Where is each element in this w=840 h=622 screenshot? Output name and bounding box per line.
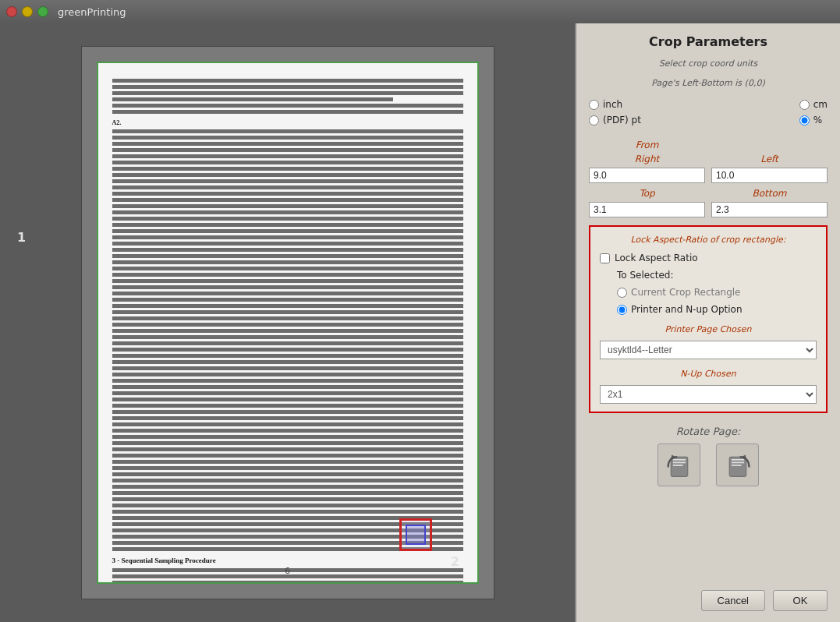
radio-percent-label: % — [813, 115, 822, 125]
lock-aspect-box: Lock Aspect-Ratio of crop rectangle: Loc… — [589, 225, 828, 413]
rotate-right-button[interactable] — [716, 444, 759, 486]
panel-subtitle2: Page's Left-Bottom is (0,0) — [589, 78, 828, 88]
left-radio-group: inch (PDF) pt — [589, 99, 641, 125]
svg-rect-2 — [672, 461, 685, 463]
right-input[interactable] — [589, 168, 705, 183]
radio-pdfpt[interactable]: (PDF) pt — [589, 115, 641, 125]
right-radio-group: cm % — [799, 99, 828, 125]
radio-percent[interactable]: % — [799, 115, 828, 125]
rotate-buttons — [589, 444, 828, 486]
window-title: greenPrinting — [58, 6, 126, 18]
radio-cm-label: cm — [813, 99, 828, 110]
bottom-label: Bottom — [711, 188, 828, 199]
rotate-left-icon — [665, 451, 693, 479]
coord-grid-bottom: Top Bottom — [589, 188, 828, 217]
units-row: inch (PDF) pt cm % — [589, 99, 828, 125]
svg-rect-1 — [672, 458, 685, 460]
close-button[interactable] — [6, 6, 17, 17]
left-label: Left — [711, 154, 828, 164]
lock-ar-label: Lock Aspect Ratio — [615, 253, 698, 263]
radio-printer-nup-label: Printer and N-up Option — [631, 304, 743, 315]
right-panel: Crop Parameters Select crop coord units … — [575, 23, 840, 622]
radio-printer-nup[interactable]: Printer and N-up Option — [617, 304, 817, 315]
top-label: Top — [589, 188, 705, 199]
svg-rect-3 — [672, 465, 682, 466]
lock-box-title: Lock Aspect-Ratio of crop rectangle: — [600, 235, 817, 245]
radio-inch[interactable]: inch — [589, 99, 641, 110]
right-label: Right — [589, 154, 705, 164]
page-document: A2. — [97, 62, 479, 584]
cancel-button[interactable]: Cancel — [701, 590, 765, 611]
radio-current-crop-input[interactable] — [617, 288, 627, 298]
svg-rect-8 — [731, 465, 741, 466]
svg-rect-6 — [731, 458, 743, 460]
ok-button[interactable]: OK — [773, 590, 828, 611]
radio-pdfpt-label: (PDF) pt — [603, 115, 641, 125]
coord-section: From Right Left Top Bottom — [589, 136, 828, 217]
from-label: From — [589, 140, 705, 150]
radio-current-crop[interactable]: Current Crop Rectangle — [617, 287, 817, 298]
maximize-button[interactable] — [37, 6, 48, 17]
rotate-section: Rotate Page: — [589, 426, 828, 486]
coord-grid-top: From Right Left — [589, 140, 828, 183]
lock-ar-checkbox[interactable] — [600, 253, 610, 263]
to-selected-label: To Selected: — [617, 270, 817, 281]
rotate-right-icon — [724, 451, 752, 479]
minimize-button[interactable] — [22, 6, 33, 17]
crop-handle[interactable] — [399, 518, 432, 551]
panel-title: Crop Parameters — [589, 34, 828, 49]
crop-handle-inner — [406, 525, 426, 545]
radio-cm[interactable]: cm — [799, 99, 828, 110]
radio-inch-label: inch — [603, 99, 622, 110]
nup-select[interactable]: 2x1 — [600, 385, 817, 404]
svg-rect-7 — [731, 461, 743, 463]
printer-page-label: Printer Page Chosen — [600, 324, 817, 334]
bottom-input[interactable] — [711, 202, 828, 217]
printer-page-select[interactable]: usyktld4--Letter — [600, 341, 817, 359]
bottom-buttons: Cancel OK — [589, 582, 828, 611]
preview-area: 1 A2. — [0, 23, 575, 622]
radio-percent-input[interactable] — [799, 115, 810, 125]
rotate-left-button[interactable] — [657, 444, 700, 486]
page-text: A2. — [98, 63, 477, 584]
rotate-label: Rotate Page: — [589, 426, 828, 437]
panel-subtitle: Select crop coord units — [589, 58, 828, 69]
radio-printer-nup-input[interactable] — [617, 305, 627, 315]
titlebar: greenPrinting — [0, 0, 840, 23]
radio-cm-input[interactable] — [799, 100, 810, 110]
label-1: 1 — [17, 230, 26, 245]
page-container: A2. — [81, 46, 494, 599]
left-input[interactable] — [711, 168, 828, 183]
page-number: 6 — [285, 566, 290, 576]
top-input[interactable] — [589, 202, 705, 217]
dialog-body: 1 A2. — [0, 23, 840, 622]
nup-label: N-Up Chosen — [600, 369, 817, 379]
label-2: 2 — [451, 554, 459, 569]
radio-pdfpt-input[interactable] — [589, 115, 599, 125]
radio-current-crop-label: Current Crop Rectangle — [631, 287, 740, 298]
radio-inch-input[interactable] — [589, 100, 599, 110]
lock-checkbox-row[interactable]: Lock Aspect Ratio — [600, 253, 817, 263]
